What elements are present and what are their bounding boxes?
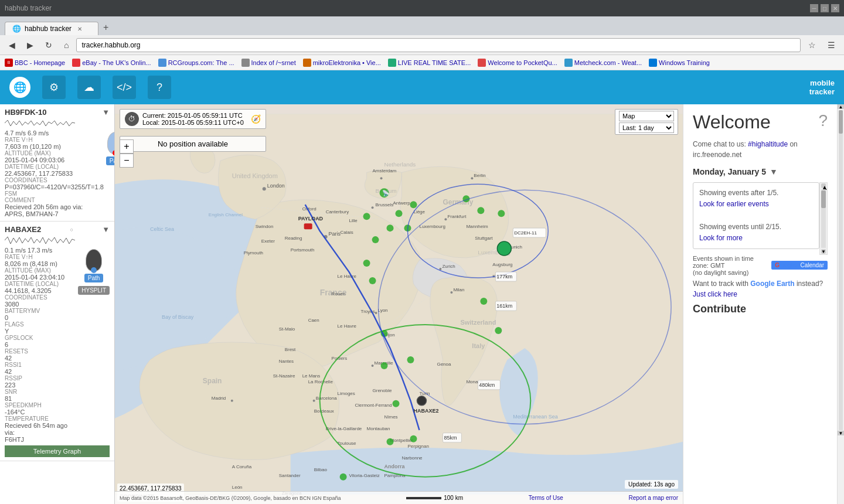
- mobile-label: mobile: [810, 79, 835, 87]
- svg-text:Canterbury: Canterbury: [326, 209, 349, 214]
- maximize-button[interactable]: □: [821, 4, 829, 12]
- window-title: habhub tracker: [5, 4, 52, 12]
- panel-scroll-down[interactable]: ▼: [838, 431, 844, 435]
- gcal-button[interactable]: Google Calendar: [771, 261, 828, 270]
- date-dropdown-icon[interactable]: ▼: [770, 167, 778, 176]
- terms-link[interactable]: Terms of Use: [529, 495, 563, 501]
- bookmark-ebay[interactable]: eBay - The UK's Onlin...: [72, 59, 151, 67]
- home-button[interactable]: ⌂: [60, 38, 73, 52]
- svg-text:Perpignan: Perpignan: [407, 444, 428, 449]
- tracker1-balloon: [107, 132, 115, 154]
- svg-text:Mannheim: Mannheim: [466, 224, 488, 229]
- close-button[interactable]: ✕: [831, 4, 839, 12]
- svg-point-25: [450, 291, 452, 294]
- zoom-out-button[interactable]: −: [120, 154, 134, 168]
- scroll-down-btn[interactable]: ▼: [821, 249, 826, 254]
- bookmark-windows[interactable]: Windows Training: [649, 59, 710, 67]
- reload-button[interactable]: ↻: [41, 38, 56, 52]
- svg-text:English Channel: English Channel: [209, 212, 243, 217]
- svg-point-107: [480, 298, 487, 305]
- url-bar[interactable]: [76, 38, 801, 52]
- tracker1-dropdown-icon[interactable]: ▼: [102, 108, 110, 117]
- scroll-track: [821, 189, 826, 248]
- map-type-box: Map Satellite Hybrid Last: 1 day Last: 6…: [615, 109, 678, 135]
- timezone-note: Events shown in time zone: GMT(no daylig…: [693, 255, 828, 276]
- tracker1-coordinates-label: COORDINATES: [5, 177, 104, 183]
- back-button[interactable]: ◀: [5, 38, 19, 52]
- tracker1-name[interactable]: HB9FDK-10 ▼: [5, 108, 110, 117]
- code-button[interactable]: </>: [113, 76, 136, 99]
- tracker2-path-button[interactable]: Path: [84, 274, 104, 282]
- scroll-up-btn[interactable]: ▲: [821, 183, 826, 188]
- bookmark-rcgroups[interactable]: RCGroups.com: The ...: [158, 59, 234, 67]
- tracker1-received: Recieved 20h 56m ago via:: [5, 203, 104, 210]
- tracker2-rssi1: 42: [5, 355, 76, 362]
- tracker2-snr-label: SNR: [5, 389, 76, 395]
- forward-button[interactable]: ▶: [23, 38, 38, 52]
- header-right: mobile tracker: [809, 79, 835, 96]
- settings-button[interactable]: ⚙: [42, 76, 66, 99]
- new-tab-button[interactable]: +: [98, 20, 113, 35]
- bookmark-live[interactable]: LIVE REAL TIME SATE...: [388, 59, 471, 67]
- bookmark-button[interactable]: ☆: [804, 38, 820, 52]
- zoom-in-button[interactable]: +: [120, 139, 134, 154]
- tracker1-waveform: [5, 118, 110, 128]
- tab-bar: 🌐 habhub tracker ✕ +: [0, 16, 844, 35]
- map-timerange-select[interactable]: Last: 1 day Last: 6 hours Last: 12 hours…: [619, 122, 674, 133]
- svg-text:Caen: Caen: [308, 318, 319, 323]
- telemetry-button[interactable]: Telemetry Graph: [5, 445, 110, 457]
- svg-text:Swindon: Swindon: [256, 224, 274, 229]
- svg-text:Plymouth: Plymouth: [244, 250, 263, 256]
- svg-point-9: [380, 177, 383, 179]
- compass-icon[interactable]: 🧭: [251, 114, 261, 124]
- tracker2-via: F6HTJ: [5, 436, 76, 443]
- report-link[interactable]: Report a map error: [629, 495, 678, 501]
- bookmark-pocket[interactable]: Welcome to PocketQu...: [478, 59, 557, 67]
- minimize-button[interactable]: ─: [810, 4, 818, 12]
- no-position-bar: No position available: [120, 136, 266, 152]
- tracker2-coordinates-label: COORDINATES: [5, 294, 76, 301]
- svg-text:Rouen: Rouen: [332, 291, 346, 297]
- menu-button[interactable]: ☰: [823, 38, 839, 52]
- google-earth-link-text: Google Earth: [750, 280, 794, 288]
- no-position-text: No position available: [158, 139, 228, 148]
- app-logo: 🌐: [9, 77, 30, 98]
- svg-text:London: London: [267, 183, 285, 189]
- tracker2-datetime: 2015-01-04 23:04:10: [5, 274, 76, 281]
- map-type-select[interactable]: Map Satellite Hybrid: [619, 111, 674, 121]
- tracker2-dropdown-icon[interactable]: ▼: [102, 225, 110, 234]
- svg-text:Bordeaux: Bordeaux: [314, 408, 334, 414]
- bookmark-metcheck[interactable]: Metcheck.com - Weat...: [564, 59, 642, 67]
- weather-button[interactable]: ☁: [77, 76, 101, 99]
- tracker2-name[interactable]: HABAXE2 ○ ▼: [5, 225, 110, 234]
- browser-tab[interactable]: 🌐 habhub tracker ✕: [5, 22, 98, 35]
- tracker1-path-button[interactable]: Path: [106, 156, 115, 165]
- intro-text: Come chat to us:: [693, 140, 748, 148]
- help-button[interactable]: ?: [148, 76, 171, 99]
- map-attribution: Map data ©2015 Basarsoft, GeoBasis-DE/BK…: [120, 495, 341, 501]
- tracker2-resets-label: RESETS: [5, 348, 76, 355]
- bookmark-index[interactable]: Index of /~srnet: [241, 59, 296, 67]
- look-earlier-link[interactable]: Look for earlier events: [699, 200, 769, 208]
- map-overlay-top: ⏱ Current: 2015-01-05 05:59:11 UTC Local…: [120, 109, 678, 152]
- bookmark-mikro[interactable]: mikroElektronika • Vie...: [303, 59, 381, 67]
- scale-line: [406, 497, 441, 499]
- tracker2-batterymv-label: BATTERYMV: [5, 308, 76, 314]
- look-more-link[interactable]: Look for more: [699, 234, 743, 242]
- help-question-icon[interactable]: ?: [818, 111, 828, 130]
- right-panel-scrollbar[interactable]: ▲ ▼: [837, 104, 844, 504]
- tracker1-rate: 4.7 m/s 6.9 m/s: [5, 130, 104, 137]
- tab-close-icon[interactable]: ✕: [77, 26, 82, 32]
- bookmark-bbc[interactable]: BBBC - Homepage: [5, 59, 65, 67]
- chat-link[interactable]: #highaltitude: [748, 140, 788, 148]
- tracker2-temperature: -164°C: [5, 408, 76, 416]
- welcome-title: Welcome: [693, 111, 771, 133]
- panel-scroll-up[interactable]: ▲: [838, 104, 844, 109]
- just-click-link[interactable]: Just click here: [693, 290, 737, 298]
- svg-text:Madrid: Madrid: [212, 396, 226, 401]
- events-scrollbar[interactable]: ▲ ▼: [819, 182, 828, 255]
- svg-text:480km: 480km: [479, 382, 495, 388]
- tracker2-hysplit-button[interactable]: HYSPLIT: [78, 286, 110, 295]
- svg-point-110: [393, 400, 400, 407]
- tracker2-speed-label: SPEEDKMPH: [5, 402, 76, 408]
